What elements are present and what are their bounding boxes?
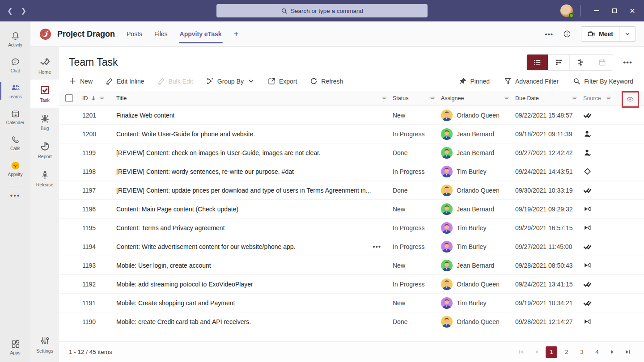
column-header-source[interactable]: Source [583,95,601,101]
sidebar-item-chat[interactable]: Chat [0,53,30,77]
module-item-task[interactable]: Task [30,80,59,108]
tab-posts[interactable]: Posts [127,21,142,47]
sidebar-item-apps[interactable]: Apps [0,335,30,359]
search-input[interactable]: Search or type a command [216,4,428,17]
task-title[interactable]: Content: Terms and Privacy agreement [116,224,225,232]
close-button[interactable]: ✕ [623,4,641,18]
task-title[interactable]: [REVIEW] Content: update prices per down… [116,187,371,194]
task-title[interactable]: Content: Write advertisement content for… [116,243,296,250]
column-header-title[interactable]: Title [116,95,127,101]
module-item-bug[interactable]: Bug [30,108,59,136]
table-row[interactable]: 1190 Mobile: create Credit card tab and … [59,312,644,331]
more-apps-button[interactable]: ••• [10,192,21,200]
table-row[interactable]: 1198 [REVIEW] Content: wordy sentences, … [59,162,644,181]
page-more-button[interactable]: ••• [623,58,632,67]
filter-by-keyword-button[interactable]: Filter By Keyword [573,77,633,85]
table-row[interactable]: 1201 Finalize Web content New Orlando Qu… [59,106,644,125]
assignee-name: Orlando Queen [457,281,500,288]
next-page-button[interactable] [606,346,618,358]
sidebar-item-calendar[interactable]: Calender [0,105,30,129]
task-title[interactable]: Content: Main Page content (Check update… [116,206,238,213]
table-row[interactable]: 1197 [REVIEW] Content: update prices per… [59,181,644,200]
meet-dropdown-button[interactable] [619,27,636,41]
table-row[interactable]: 1196 Content: Main Page content (Check u… [59,200,644,219]
row-more-button[interactable]: ••• [373,243,381,250]
table-row[interactable]: 1193 Mobile: User login, create account … [59,256,644,275]
gantt-view-button[interactable] [570,55,591,70]
task-id: 1195 [82,224,116,232]
minimize-button[interactable] [588,4,606,18]
sidebar-item-appvity[interactable]: Appvity [0,156,30,181]
task-title[interactable]: Finalize Web content [116,112,174,119]
sidebar-item-activity[interactable]: Activity [0,27,30,51]
bulk-edit-button[interactable]: Bulk Edit [157,77,193,85]
page-button-2[interactable]: 2 [561,346,572,358]
maximize-button[interactable] [606,4,623,18]
new-button[interactable]: New [69,77,93,85]
page-button-3[interactable]: 3 [576,346,588,358]
table-row[interactable]: 1194 Content: Write advertisement conten… [59,237,644,256]
table-row[interactable]: 1191 Mobile: Create shopping cart and Pa… [59,294,644,312]
eye-icon[interactable] [626,95,634,103]
filter-icon[interactable] [381,95,387,101]
select-all-checkbox[interactable] [65,94,73,102]
previous-page-button[interactable] [530,346,542,358]
module-item-label: Settings [36,348,53,354]
column-header-status[interactable]: Status [393,95,408,101]
pagination: 1 2 3 4 [515,346,633,358]
filter-icon[interactable] [99,95,105,101]
page-button-1[interactable]: 1 [546,346,557,358]
task-title[interactable]: Mobile: User login, create account [116,262,211,269]
column-header-assignee[interactable]: Assignee [441,95,464,101]
table-row[interactable]: 1195 Content: Terms and Privacy agreemen… [59,219,644,237]
channel-more-button[interactable]: ••• [545,30,553,38]
sidebar-item-calls[interactable]: Calls [0,130,30,155]
edit-inline-button[interactable]: Edit Inline [106,77,144,85]
column-header-due-date[interactable]: Due Date [515,95,539,101]
tab-appvity-etask[interactable]: Appvity eTask [180,21,222,47]
task-title[interactable]: Mobile: create Credit card tab and API r… [116,318,251,325]
info-icon[interactable] [563,30,571,38]
filter-icon[interactable] [504,95,510,101]
task-due-date: 09/30/2021 10:33:19 [515,187,583,194]
table-row[interactable]: 1192 Mobile: add streaming potocol to Ex… [59,275,644,294]
user-avatar[interactable] [560,4,573,17]
meet-button[interactable]: Meet [581,26,636,42]
tab-files[interactable]: Files [154,21,168,47]
calendar-view-button[interactable] [591,55,613,70]
export-button[interactable]: Export [268,77,297,85]
list-view-button[interactable] [527,55,548,70]
filter-icon[interactable] [572,95,578,101]
task-status: In Progress [393,168,441,175]
module-item-release[interactable]: Release [30,164,59,192]
table-row[interactable]: 1199 [REVIEW] Content: check on images i… [59,143,644,162]
task-status: In Progress [393,224,441,232]
search-placeholder: Search or type a command [291,8,363,14]
task-title[interactable]: [REVIEW] Content: check on images in Use… [116,149,321,156]
last-page-button[interactable] [622,346,633,358]
module-item-home[interactable]: Home [30,51,59,80]
group-by-button[interactable]: Group By [206,77,255,85]
task-title[interactable]: [REVIEW] Content: wordy sentences, re-wr… [116,168,294,175]
module-item-settings[interactable]: Settings [30,330,59,358]
task-title[interactable]: Mobile: Create shopping cart and Payment [116,299,235,307]
column-header-id[interactable]: ID [82,95,88,101]
first-page-button[interactable] [515,346,527,358]
sidebar-item-teams[interactable]: Teams [0,79,30,103]
filter-icon[interactable] [429,95,436,101]
forward-arrow-icon[interactable]: ❯ [21,7,27,15]
assignee-avatar [441,203,453,215]
table-row[interactable]: 1200 Content: Write User-Guide for phone… [59,125,644,143]
sort-descending-icon[interactable] [90,95,97,101]
filter-icon[interactable] [606,95,612,101]
pinned-button[interactable]: Pinned [459,77,490,85]
module-item-report[interactable]: Report [30,136,59,164]
refresh-button[interactable]: Refresh [310,77,343,85]
advanced-filter-button[interactable]: Advanced Filter [504,77,559,85]
page-button-4[interactable]: 4 [591,346,603,358]
add-tab-button[interactable]: + [234,21,239,47]
task-title[interactable]: Mobile: add streaming potocol to ExoVide… [116,281,253,288]
back-arrow-icon[interactable]: ❮ [7,7,13,15]
task-title[interactable]: Content: Write User-Guide for phone and … [116,130,255,138]
board-view-button[interactable] [548,55,570,70]
